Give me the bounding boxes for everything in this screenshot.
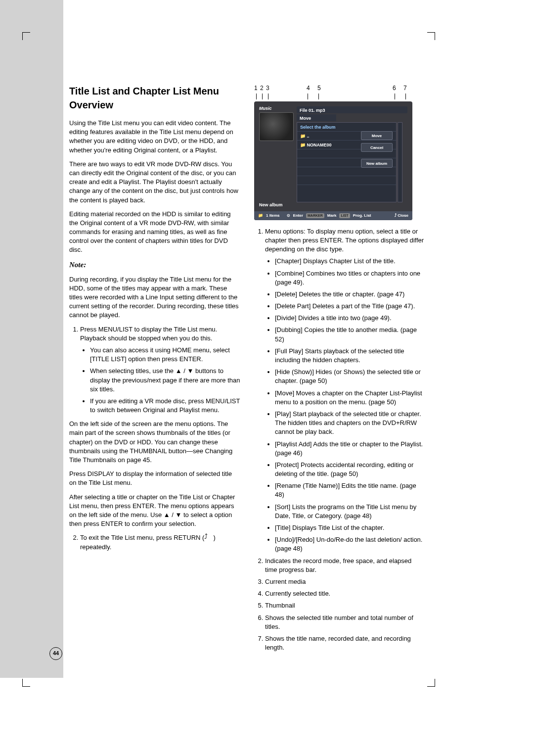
step-1: Press MENU/LIST to display the Title Lis…: [80, 325, 240, 415]
panel-row: [297, 167, 396, 176]
option: [Undo]/[Redo] Un-do/Re-do the last delet…: [275, 535, 425, 553]
callout-item-6: Shows the selected title number and tota…: [265, 614, 425, 631]
left-column: Title List and Chapter List Menu Overvie…: [69, 84, 240, 657]
move-label: Move: [297, 114, 336, 121]
panel-row: [297, 185, 396, 194]
callout: 4: [307, 84, 317, 93]
callout-item-4: Currently selected title.: [265, 589, 425, 598]
option: [Divide] Divides a title into two (page …: [275, 314, 425, 323]
option: [Hide (Show)] Hides (or Shows) the selec…: [275, 368, 425, 385]
callout: 1: [254, 84, 260, 93]
steps-list: To exit the Title List menu, press RETUR…: [69, 533, 240, 551]
option: [Playlist Add] Adds the title or chapter…: [275, 440, 425, 458]
screenshot-footer: 📁 1 Items ⊙ Enter MARKER Mark LIST Prog.…: [254, 211, 412, 220]
new-album-label: New album: [259, 202, 283, 208]
screenshot-figure: 1 2 3 4 5 6 7 Music HDD File 01. mp3: [254, 84, 425, 220]
page-content: Title List and Chapter List Menu Overvie…: [69, 84, 425, 657]
callout: 2: [260, 84, 266, 93]
option: [Delete Part] Deletes a part of the Titl…: [275, 302, 425, 311]
callout-text: Menu options: To display menu option, se…: [265, 228, 424, 253]
step-2: To exit the Title List menu, press RETUR…: [80, 533, 240, 551]
marker-tag: MARKER: [306, 213, 324, 218]
option: [Combine] Combines two titles or chapter…: [275, 269, 425, 287]
option: [Chapter] Displays Chapter List of the t…: [275, 257, 425, 266]
close-label: ⤴ Close: [395, 213, 408, 218]
bullet: If you are editing a VR mode disc, press…: [90, 397, 240, 415]
crop-mark: [427, 679, 435, 687]
steps-list: Press MENU/LIST to display the Title Lis…: [69, 325, 240, 415]
prog-list-label: Prog. List: [353, 213, 371, 218]
mark-label: Mark: [327, 213, 337, 218]
callout-lines: [254, 94, 425, 101]
left-margin-band: [0, 0, 63, 678]
paragraph: On the left side of the screen are the m…: [69, 420, 240, 465]
option: [Full Play] Starts playback of the selec…: [275, 347, 425, 365]
items-count: 1 Items: [266, 213, 280, 218]
callout-item-1: Menu options: To display menu option, se…: [265, 227, 425, 554]
note-heading: Note:: [69, 260, 240, 270]
music-label: Music: [259, 105, 272, 112]
panel-row: [297, 176, 396, 185]
move-button: Move: [361, 131, 393, 140]
callout-numbers: 1 2 3 4 5 6 7: [254, 84, 425, 93]
paragraph: Press DISPLAY to display the information…: [69, 470, 240, 487]
callout: 3: [266, 84, 307, 93]
paragraph: Editing material recorded on the HDD is …: [69, 210, 240, 255]
list-tag: LIST: [339, 213, 350, 218]
step-text: Press MENU/LIST to display the Title Lis…: [80, 326, 217, 342]
crop-mark: [22, 32, 30, 40]
thumbnail: [259, 112, 294, 141]
option: [Play] Start playback of the selected ti…: [275, 410, 425, 437]
option: [Sort] Lists the programs on the Title L…: [275, 503, 425, 520]
right-column: 1 2 3 4 5 6 7 Music HDD File 01. mp3: [254, 84, 425, 657]
scrollbar: [398, 122, 402, 202]
callout-list: Menu options: To display menu option, se…: [254, 227, 425, 653]
crop-mark: [427, 32, 435, 40]
page-title: Title List and Chapter List Menu Overvie…: [69, 84, 240, 112]
callout-item-3: Current media: [265, 577, 425, 586]
crop-mark: [22, 679, 30, 687]
paragraph: Using the Title List menu you can edit v…: [69, 119, 240, 155]
callout-item-5: Thumbnail: [265, 601, 425, 610]
enter-label: Enter: [293, 213, 303, 218]
option: [Title] Displays Title List of the chapt…: [275, 523, 425, 532]
step-text: To exit the Title List menu, press RETUR…: [80, 534, 204, 541]
callout: 7: [403, 84, 407, 93]
new-album-button: New album: [361, 159, 393, 168]
return-icon: [204, 534, 213, 540]
menu-options-list: [Chapter] Displays Chapter List of the t…: [265, 257, 425, 553]
paragraph: There are two ways to edit VR mode DVD-R…: [69, 160, 240, 205]
bullet: You can also access it using HOME menu, …: [90, 346, 240, 364]
file-name: File 01. mp3: [297, 106, 407, 113]
panel-header: Select the album: [297, 123, 396, 132]
page-number: 44: [49, 647, 62, 660]
note-body: During recording, if you display the Tit…: [69, 275, 240, 320]
option: [Delete] Deletes the title or chapter. (…: [275, 290, 425, 299]
step-1-bullets: You can also access it using HOME menu, …: [80, 346, 240, 415]
option: [Move] Moves a chapter on the Chapter Li…: [275, 389, 425, 407]
option: [Dubbing] Copies the title to another me…: [275, 326, 425, 343]
option: [Rename (Title Name)] Edits the title na…: [275, 481, 425, 499]
callout-item-7: Shows the title name, recorded date, and…: [265, 634, 425, 652]
cancel-button: Cancel: [361, 143, 393, 152]
screenshot-mock: Music HDD File 01. mp3 Move Select the a…: [254, 101, 412, 220]
callout: 5: [317, 84, 393, 93]
folder-icon: 📁: [258, 213, 263, 218]
callout-item-2: Indicates the record mode, free space, a…: [265, 557, 425, 574]
bullet: When selecting titles, use the ▲ / ▼ but…: [90, 367, 240, 394]
callout: 6: [393, 84, 403, 93]
paragraph: After selecting a title or chapter on th…: [69, 493, 240, 529]
option: [Protect] Protects accidental recording,…: [275, 461, 425, 478]
